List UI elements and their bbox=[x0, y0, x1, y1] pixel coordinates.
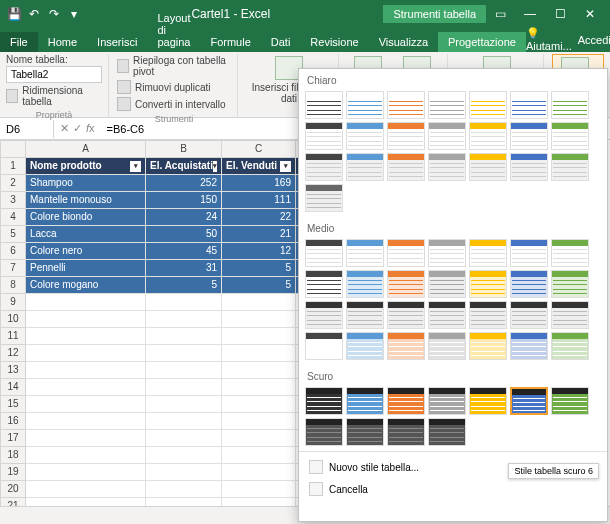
cell[interactable] bbox=[26, 413, 146, 430]
cell[interactable] bbox=[222, 328, 296, 345]
table-style-swatch[interactable] bbox=[551, 91, 589, 119]
table-style-swatch[interactable] bbox=[510, 153, 548, 181]
row-header[interactable]: 19 bbox=[0, 464, 26, 481]
row-header[interactable]: 20 bbox=[0, 481, 26, 498]
table-style-swatch[interactable] bbox=[346, 387, 384, 415]
enter-formula-icon[interactable]: ✓ bbox=[73, 122, 82, 135]
ribbon-options-icon[interactable]: ▭ bbox=[486, 4, 514, 24]
col-header[interactable]: B bbox=[146, 140, 222, 158]
cell[interactable]: 21 bbox=[222, 226, 296, 243]
cell[interactable]: 111 bbox=[222, 192, 296, 209]
cell[interactable] bbox=[222, 464, 296, 481]
cell[interactable]: 12 bbox=[222, 243, 296, 260]
table-style-swatch[interactable] bbox=[346, 239, 384, 267]
table-style-swatch[interactable] bbox=[551, 332, 589, 360]
table-style-swatch[interactable] bbox=[346, 418, 384, 446]
cell[interactable] bbox=[222, 447, 296, 464]
row-header[interactable]: 13 bbox=[0, 362, 26, 379]
table-style-swatch[interactable] bbox=[305, 301, 343, 329]
col-header[interactable]: C bbox=[222, 140, 296, 158]
table-style-swatch[interactable] bbox=[387, 153, 425, 181]
table-style-swatch[interactable] bbox=[346, 301, 384, 329]
minimize-icon[interactable]: — bbox=[516, 4, 544, 24]
table-style-swatch[interactable] bbox=[305, 270, 343, 298]
cell[interactable] bbox=[222, 413, 296, 430]
tab-file[interactable]: File bbox=[0, 32, 38, 52]
convert-range-button[interactable]: Converti in intervallo bbox=[117, 96, 226, 112]
row-header[interactable]: 18 bbox=[0, 447, 26, 464]
table-style-swatch[interactable] bbox=[387, 418, 425, 446]
row-header[interactable]: 17 bbox=[0, 430, 26, 447]
row-header[interactable]: 10 bbox=[0, 311, 26, 328]
table-style-swatch[interactable] bbox=[469, 153, 507, 181]
table-style-swatch[interactable] bbox=[346, 332, 384, 360]
cell[interactable]: 150 bbox=[146, 192, 222, 209]
table-style-swatch[interactable] bbox=[551, 301, 589, 329]
table-style-swatch[interactable] bbox=[510, 270, 548, 298]
cell[interactable] bbox=[26, 311, 146, 328]
fx-icon[interactable]: fx bbox=[86, 122, 95, 135]
table-style-swatch[interactable] bbox=[428, 270, 466, 298]
table-style-swatch[interactable] bbox=[469, 122, 507, 150]
tab-progettazione[interactable]: Progettazione bbox=[438, 32, 526, 52]
tab-visualizza[interactable]: Visualizza bbox=[369, 32, 438, 52]
redo-icon[interactable]: ↷ bbox=[46, 6, 62, 22]
table-style-swatch[interactable] bbox=[346, 270, 384, 298]
table-style-swatch[interactable] bbox=[387, 239, 425, 267]
table-style-swatch[interactable] bbox=[510, 122, 548, 150]
cell[interactable]: Colore biondo bbox=[26, 209, 146, 226]
cell[interactable] bbox=[146, 481, 222, 498]
table-style-swatch[interactable] bbox=[428, 301, 466, 329]
cell[interactable]: El. Venduti▾ bbox=[222, 158, 296, 175]
table-style-swatch[interactable] bbox=[346, 122, 384, 150]
cell[interactable] bbox=[222, 379, 296, 396]
cell[interactable]: El. Acquistati▾ bbox=[146, 158, 222, 175]
cancel-formula-icon[interactable]: ✕ bbox=[60, 122, 69, 135]
table-style-swatch[interactable] bbox=[305, 184, 343, 212]
cell[interactable]: 31 bbox=[146, 260, 222, 277]
table-style-swatch[interactable] bbox=[305, 239, 343, 267]
tell-me[interactable]: 💡 Aiutami... bbox=[526, 27, 572, 52]
row-header[interactable]: 16 bbox=[0, 413, 26, 430]
cell[interactable] bbox=[26, 345, 146, 362]
cell[interactable] bbox=[222, 294, 296, 311]
cell[interactable]: 5 bbox=[222, 277, 296, 294]
table-style-swatch[interactable] bbox=[346, 91, 384, 119]
table-style-swatch[interactable] bbox=[469, 387, 507, 415]
filter-dropdown-icon[interactable]: ▾ bbox=[130, 161, 141, 172]
select-all-cell[interactable] bbox=[0, 140, 26, 158]
table-style-swatch[interactable] bbox=[387, 332, 425, 360]
cell[interactable]: 50 bbox=[146, 226, 222, 243]
tab-layout[interactable]: Layout di pagina bbox=[147, 8, 200, 52]
table-style-swatch[interactable] bbox=[428, 418, 466, 446]
cell[interactable]: Lacca bbox=[26, 226, 146, 243]
row-header[interactable]: 12 bbox=[0, 345, 26, 362]
table-style-swatch[interactable] bbox=[510, 91, 548, 119]
table-style-swatch[interactable] bbox=[428, 239, 466, 267]
cell[interactable]: 22 bbox=[222, 209, 296, 226]
cell[interactable] bbox=[146, 396, 222, 413]
cell[interactable] bbox=[222, 481, 296, 498]
cell[interactable]: Shampoo bbox=[26, 175, 146, 192]
cell[interactable] bbox=[146, 362, 222, 379]
table-style-swatch[interactable] bbox=[305, 332, 343, 360]
table-style-swatch[interactable] bbox=[510, 239, 548, 267]
table-style-swatch[interactable] bbox=[428, 122, 466, 150]
row-header[interactable]: 14 bbox=[0, 379, 26, 396]
cell[interactable] bbox=[146, 345, 222, 362]
cell[interactable]: Colore mogano bbox=[26, 277, 146, 294]
table-style-swatch[interactable] bbox=[346, 153, 384, 181]
cell[interactable] bbox=[26, 294, 146, 311]
table-style-swatch[interactable] bbox=[387, 91, 425, 119]
maximize-icon[interactable]: ☐ bbox=[546, 4, 574, 24]
row-header[interactable]: 6 bbox=[0, 243, 26, 260]
table-style-swatch[interactable] bbox=[305, 387, 343, 415]
table-style-swatch[interactable] bbox=[469, 332, 507, 360]
cell[interactable] bbox=[222, 345, 296, 362]
table-style-swatch[interactable] bbox=[510, 301, 548, 329]
row-header[interactable]: 7 bbox=[0, 260, 26, 277]
cell[interactable]: Pennelli bbox=[26, 260, 146, 277]
row-header[interactable]: 15 bbox=[0, 396, 26, 413]
save-icon[interactable]: 💾 bbox=[6, 6, 22, 22]
cell[interactable] bbox=[146, 430, 222, 447]
